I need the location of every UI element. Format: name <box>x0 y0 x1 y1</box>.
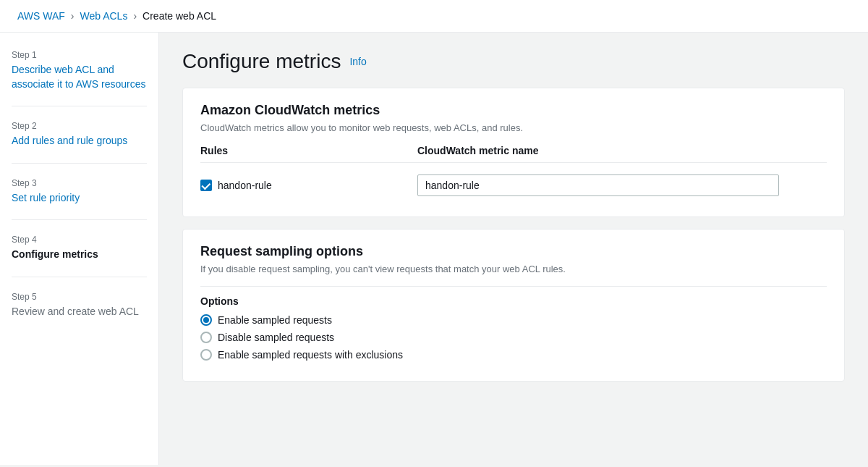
sampling-card-title: Request sampling options <box>200 244 827 259</box>
col-metric-header: CloudWatch metric name <box>417 145 827 156</box>
cloudwatch-card-title: Amazon CloudWatch metrics <box>200 103 827 118</box>
sidebar-step-2-label: Step 2 <box>12 121 147 131</box>
radio-disable-sampled-label: Disable sampled requests <box>218 332 334 343</box>
sidebar-step-3-title[interactable]: Set rule priority <box>12 191 147 206</box>
sidebar-step-1-label: Step 1 <box>12 50 147 60</box>
sidebar-step-3-label: Step 3 <box>12 178 147 188</box>
breadcrumb-web-acls[interactable]: Web ACLs <box>80 10 128 22</box>
sidebar-step-1-title[interactable]: Describe web ACL and associate it to AWS… <box>12 63 147 91</box>
main-layout: Step 1 Describe web ACL and associate it… <box>0 33 868 465</box>
sidebar: Step 1 Describe web ACL and associate it… <box>0 33 159 465</box>
sampling-card: Request sampling options If you disable … <box>182 229 845 382</box>
sampling-divider <box>200 286 827 287</box>
rule-name-0: handon-rule <box>218 180 272 191</box>
radio-option-0: Enable sampled requests <box>200 314 827 326</box>
main-content: Configure metrics Info Amazon CloudWatch… <box>159 33 868 465</box>
sidebar-step-1: Step 1 Describe web ACL and associate it… <box>12 50 147 106</box>
sidebar-step-2-title[interactable]: Add rules and rule groups <box>12 134 147 148</box>
breadcrumb: AWS WAF › Web ACLs › Create web ACL <box>0 0 868 33</box>
radio-enable-sampled-exclusions-label: Enable sampled requests with exclusions <box>218 349 403 361</box>
radio-option-1: Disable sampled requests <box>200 332 827 343</box>
info-link[interactable]: Info <box>349 56 366 67</box>
radio-enable-sampled-label: Enable sampled requests <box>218 314 332 326</box>
sidebar-step-3: Step 3 Set rule priority <box>12 178 147 221</box>
cloudwatch-card: Amazon CloudWatch metrics CloudWatch met… <box>182 88 845 217</box>
metric-name-input-0[interactable] <box>417 174 779 196</box>
metrics-row-0: handon-rule <box>200 169 827 202</box>
col-metric-cell-0 <box>417 174 827 196</box>
radio-option-2: Enable sampled requests with exclusions <box>200 349 827 361</box>
breadcrumb-create-web-acl: Create web ACL <box>142 10 216 22</box>
sidebar-step-4-label: Step 4 <box>12 235 147 245</box>
rule-checkbox-0[interactable] <box>200 180 212 191</box>
cloudwatch-card-subtitle: CloudWatch metrics allow you to monitor … <box>200 122 827 133</box>
col-rules-header: Rules <box>200 145 417 156</box>
metrics-table-header: Rules CloudWatch metric name <box>200 145 827 163</box>
options-label: Options <box>200 295 827 307</box>
sidebar-step-5-label: Step 5 <box>12 292 147 302</box>
sidebar-step-4-title: Configure metrics <box>12 248 147 262</box>
radio-enable-sampled-exclusions[interactable] <box>200 349 212 361</box>
page-title: Configure metrics <box>182 50 341 73</box>
breadcrumb-sep-1: › <box>71 10 75 22</box>
breadcrumb-sep-2: › <box>133 10 137 22</box>
sampling-card-subtitle: If you disable request sampling, you can… <box>200 264 827 274</box>
radio-disable-sampled[interactable] <box>200 332 212 343</box>
col-rules-cell-0: handon-rule <box>200 180 417 191</box>
sidebar-step-5-title: Review and create web ACL <box>12 305 147 319</box>
sidebar-step-4: Step 4 Configure metrics <box>12 235 147 277</box>
sidebar-step-2: Step 2 Add rules and rule groups <box>12 121 147 164</box>
radio-enable-sampled[interactable] <box>200 314 212 326</box>
page-header: Configure metrics Info <box>182 50 845 73</box>
breadcrumb-aws-waf[interactable]: AWS WAF <box>17 10 65 22</box>
sidebar-step-5: Step 5 Review and create web ACL <box>12 292 147 334</box>
